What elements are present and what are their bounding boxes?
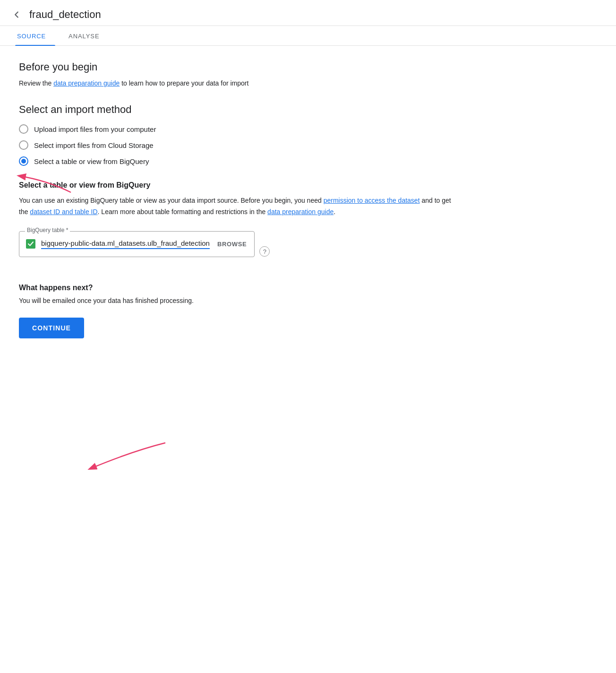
help-icon[interactable]: ? xyxy=(259,246,270,257)
bigquery-title: Select a table or view from BigQuery xyxy=(19,181,453,190)
tab-analyse[interactable]: ANALYSE xyxy=(67,26,109,45)
continue-button[interactable]: CONTINUE xyxy=(19,318,84,338)
bigquery-section: Select a table or view from BigQuery You… xyxy=(19,181,453,272)
what-next-title: What happens next? xyxy=(19,284,453,292)
before-begin-title: Before you begin xyxy=(19,61,453,73)
dataset-id-link[interactable]: dataset ID and table ID xyxy=(30,208,97,216)
permission-link[interactable]: permission to access the dataset xyxy=(324,197,420,204)
main-content: Before you begin Review the data prepara… xyxy=(0,46,472,357)
radio-circle-upload xyxy=(19,124,28,134)
continue-area: CONTINUE xyxy=(19,318,84,338)
radio-bigquery[interactable]: Select a table or view from BigQuery xyxy=(19,156,453,166)
data-prep-guide-link-2[interactable]: data preparation guide xyxy=(267,208,334,216)
radio-circle-cloud xyxy=(19,140,28,150)
browse-button[interactable]: BROWSE xyxy=(217,241,247,248)
data-prep-guide-link-1[interactable]: data preparation guide xyxy=(53,79,120,87)
radio-cloud-storage[interactable]: Select import files from Cloud Storage xyxy=(19,140,453,150)
bigquery-field-label: BigQuery table * xyxy=(25,227,70,233)
tab-source[interactable]: SOURCE xyxy=(15,26,55,45)
radio-circle-bigquery xyxy=(19,156,28,166)
checkbox-icon xyxy=(26,239,35,249)
what-next-desc: You will be emailed once your data has f… xyxy=(19,297,453,304)
tabs-bar: SOURCE ANALYSE xyxy=(0,26,616,46)
import-method-title: Select an import method xyxy=(19,104,453,116)
bigquery-table-field: BigQuery table * bigquery-public-data.ml… xyxy=(19,231,255,257)
radio-upload[interactable]: Upload import files from your computer xyxy=(19,124,453,134)
annotation-arrow-continue xyxy=(80,438,175,481)
import-method-radio-group: Upload import files from your computer S… xyxy=(19,124,453,166)
before-begin-desc: Review the data preparation guide to lea… xyxy=(19,78,453,88)
what-next-section: What happens next? You will be emailed o… xyxy=(19,284,453,304)
before-begin-section: Before you begin Review the data prepara… xyxy=(19,61,453,88)
bigquery-table-value: bigquery-public-data.ml_datasets.ulb_fra… xyxy=(41,239,210,249)
back-button[interactable] xyxy=(11,9,22,20)
import-method-section: Select an import method Upload import fi… xyxy=(19,104,453,166)
bigquery-desc: You can use an existing BigQuery table o… xyxy=(19,195,453,218)
page-title: fraud_detection xyxy=(29,9,101,21)
header: fraud_detection xyxy=(0,0,616,26)
